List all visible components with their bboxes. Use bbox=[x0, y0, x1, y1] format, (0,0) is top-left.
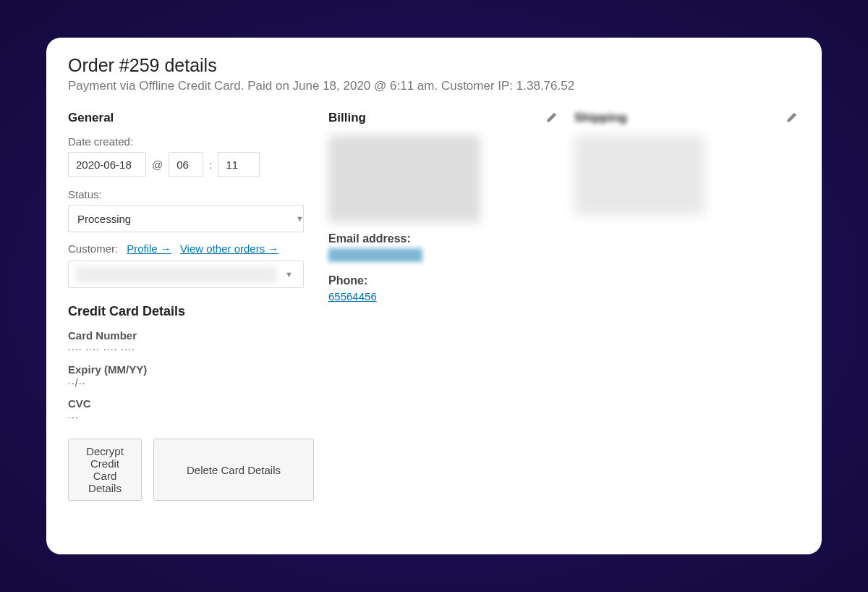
cvc-label: CVC bbox=[68, 397, 314, 410]
expiry-label: Expiry (MM/YY) bbox=[68, 363, 314, 376]
redacted-billing-address bbox=[328, 135, 480, 222]
phone-label: Phone: bbox=[328, 274, 560, 287]
page-title: Order #259 details bbox=[68, 55, 800, 76]
shipping-column: Shipping bbox=[574, 111, 800, 501]
status-label: Status: bbox=[68, 188, 314, 200]
email-label: Email address: bbox=[328, 232, 560, 245]
redacted-customer bbox=[76, 266, 277, 283]
minute-input[interactable] bbox=[218, 152, 260, 177]
billing-column: Billing Email address: Phone: 65564456 bbox=[328, 111, 560, 501]
view-other-orders-link[interactable]: View other orders → bbox=[180, 242, 278, 255]
customer-select[interactable]: ▼ bbox=[68, 261, 304, 288]
billing-heading: Billing bbox=[328, 111, 560, 125]
edit-billing-icon[interactable] bbox=[545, 112, 557, 124]
time-colon: : bbox=[209, 158, 212, 171]
at-symbol: @ bbox=[152, 158, 163, 171]
general-column: General Date created: @ : Status: Proces… bbox=[68, 111, 314, 501]
hour-input[interactable] bbox=[169, 152, 203, 177]
shipping-heading: Shipping bbox=[574, 111, 800, 125]
payment-summary: Payment via Offline Credit Card. Paid on… bbox=[68, 79, 800, 93]
email-link[interactable] bbox=[328, 251, 422, 263]
expiry-value: ··/·· bbox=[68, 377, 314, 389]
profile-link[interactable]: Profile → bbox=[127, 242, 171, 255]
status-select[interactable]: Processing bbox=[68, 205, 304, 232]
date-created-input[interactable] bbox=[68, 152, 146, 177]
decrypt-card-button[interactable]: Decrypt Credit Card Details bbox=[68, 439, 142, 501]
credit-card-section: Credit Card Details Card Number ···· ···… bbox=[68, 304, 314, 501]
delete-card-button[interactable]: Delete Card Details bbox=[153, 439, 314, 501]
order-details-panel: Order #259 details Payment via Offline C… bbox=[46, 38, 822, 554]
shipping-heading-text: Shipping bbox=[574, 111, 627, 125]
phone-link[interactable]: 65564456 bbox=[328, 290, 377, 303]
cc-heading: Credit Card Details bbox=[68, 304, 314, 319]
redacted-shipping-address bbox=[574, 135, 705, 215]
cvc-value: ··· bbox=[68, 411, 314, 423]
general-heading: General bbox=[68, 111, 314, 125]
date-created-label: Date created: bbox=[68, 135, 314, 148]
card-number-value: ···· ···· ···· ···· bbox=[68, 343, 314, 355]
edit-shipping-icon[interactable] bbox=[786, 112, 797, 124]
redacted-email bbox=[328, 248, 422, 261]
card-number-label: Card Number bbox=[68, 329, 314, 342]
chevron-down-icon: ▼ bbox=[285, 270, 293, 279]
customer-label: Customer: bbox=[68, 242, 118, 255]
